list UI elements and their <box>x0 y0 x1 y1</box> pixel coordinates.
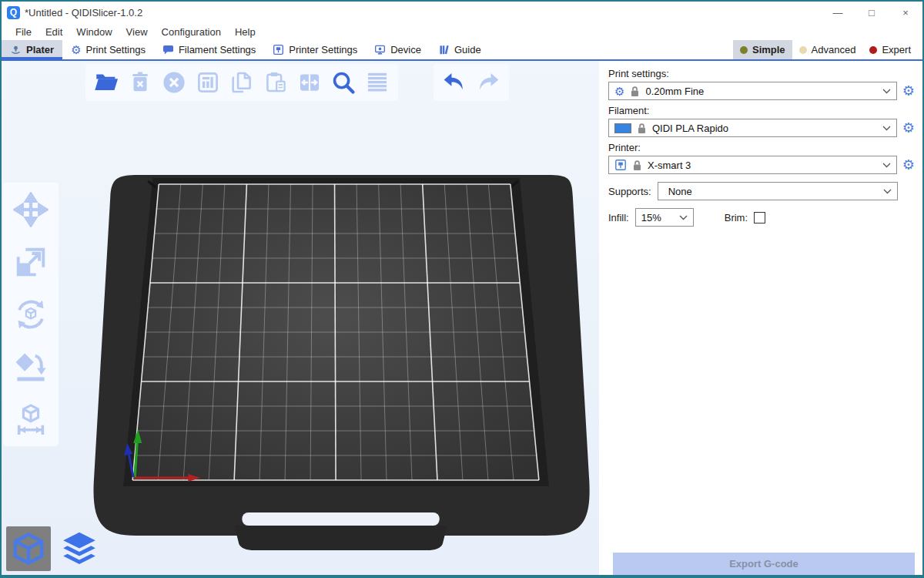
layer-list-icon <box>364 69 390 96</box>
menu-configuration[interactable]: Configuration <box>155 26 228 38</box>
undo-icon <box>441 69 467 96</box>
filament-color-swatch <box>614 123 631 133</box>
trash-icon <box>127 69 153 96</box>
tab-print-settings[interactable]: ⚙ Print Settings <box>62 40 154 59</box>
tab-bar: Plater ⚙ Print Settings Filament Setting… <box>2 40 922 61</box>
print-bed <box>2 61 599 575</box>
supports-combo[interactable]: None <box>658 182 898 200</box>
tab-label: Plater <box>26 44 54 55</box>
search-button[interactable] <box>326 66 360 99</box>
infill-label: Infill: <box>608 212 629 223</box>
lock-icon <box>630 86 640 97</box>
main-area: Print settings: ⚙ 0.20mm Fine ⚙ Filament… <box>2 61 922 575</box>
menu-file[interactable]: File <box>8 26 38 38</box>
filament-label: Filament: <box>608 105 915 116</box>
scale-button[interactable] <box>9 243 52 281</box>
menu-window[interactable]: Window <box>69 26 119 38</box>
delete-all-button[interactable] <box>157 66 191 99</box>
plater-icon <box>10 44 22 55</box>
tab-label: Device <box>390 44 421 55</box>
printer-gear-button[interactable]: ⚙ <box>902 158 915 172</box>
delete-button[interactable] <box>123 66 157 99</box>
tab-device[interactable]: Device <box>366 40 430 59</box>
undo-button[interactable] <box>437 66 471 99</box>
close-button[interactable]: × <box>889 2 922 22</box>
tab-filament-settings[interactable]: Filament Settings <box>154 40 264 59</box>
tab-plater[interactable]: Plater <box>2 40 62 59</box>
arrange-icon <box>195 69 221 96</box>
app-window: Q *Untitled - QIDISlicer-1.0.2 — □ × Fil… <box>0 0 924 578</box>
open-folder-icon <box>93 69 119 96</box>
arrange-button[interactable] <box>191 66 225 99</box>
split-instances-button[interactable] <box>293 66 326 99</box>
infill-combo[interactable]: 15% <box>635 208 694 227</box>
search-icon <box>330 69 357 96</box>
mode-simple[interactable]: Simple <box>733 40 792 59</box>
place-on-face-button[interactable] <box>9 348 52 386</box>
tab-label: Printer Settings <box>289 44 357 55</box>
rotate-icon <box>13 297 49 332</box>
rotate-button[interactable] <box>9 295 52 334</box>
print-settings-label: Print settings: <box>608 68 915 79</box>
measure-icon <box>13 402 49 437</box>
move-button[interactable] <box>9 190 52 229</box>
maximize-button[interactable]: □ <box>855 2 889 22</box>
supports-value: None <box>664 186 692 197</box>
scale-icon <box>13 244 49 280</box>
split-icon <box>296 69 323 96</box>
filament-gear-button[interactable]: ⚙ <box>902 121 915 135</box>
tab-printer-settings[interactable]: Printer Settings <box>264 40 366 59</box>
chevron-down-icon <box>882 126 891 131</box>
gear-icon: ⚙ <box>71 44 81 55</box>
filament-icon <box>162 44 174 55</box>
title-bar: Q *Untitled - QIDISlicer-1.0.2 — □ × <box>2 2 922 23</box>
menu-bar: File Edit Window View Configuration Help <box>2 23 922 40</box>
undo-redo-toolbar <box>434 64 509 101</box>
bed-handle <box>234 526 447 550</box>
copy-icon <box>229 69 255 96</box>
minimize-button[interactable]: — <box>821 2 855 22</box>
window-controls: — □ × <box>821 2 922 22</box>
view-switcher <box>6 526 102 571</box>
tab-label: Filament Settings <box>179 44 256 55</box>
export-gcode-button[interactable]: Export G-code <box>613 553 915 575</box>
print-settings-value: 0.20mm Fine <box>645 86 704 97</box>
tab-label: Guide <box>454 44 481 55</box>
menu-edit[interactable]: Edit <box>38 26 69 38</box>
cube-3d-icon <box>11 531 46 566</box>
paste-button[interactable] <box>259 66 293 99</box>
move-icon <box>13 192 49 227</box>
variable-layer-height-button[interactable] <box>360 66 394 99</box>
settings-sidebar: Print settings: ⚙ 0.20mm Fine ⚙ Filament… <box>599 61 922 575</box>
measure-button[interactable] <box>9 400 52 439</box>
menu-help[interactable]: Help <box>228 26 263 38</box>
brim-checkbox[interactable] <box>754 212 765 223</box>
supports-label: Supports: <box>608 186 651 197</box>
brim-label: Brim: <box>725 212 748 223</box>
mode-advanced[interactable]: Advanced <box>792 40 863 59</box>
printer-combo[interactable]: X-smart 3 <box>608 156 897 174</box>
lock-icon <box>632 160 642 171</box>
print-settings-gear-button[interactable]: ⚙ <box>902 84 915 98</box>
bed-handle-slot <box>242 512 439 526</box>
copy-button[interactable] <box>225 66 259 99</box>
device-monitor-icon <box>374 44 386 55</box>
printer-icon <box>273 44 284 55</box>
menu-view[interactable]: View <box>119 26 155 38</box>
simple-dot-icon <box>740 46 748 54</box>
open-button[interactable] <box>89 66 123 99</box>
top-toolbar <box>85 64 398 101</box>
chevron-down-icon <box>679 215 688 220</box>
mode-expert[interactable]: Expert <box>862 40 918 59</box>
layers-stack-icon <box>60 529 99 568</box>
app-logo-icon: Q <box>7 6 20 19</box>
tab-guide[interactable]: Guide <box>430 40 490 59</box>
redo-button[interactable] <box>471 66 505 99</box>
preview-layers-button[interactable] <box>57 526 102 571</box>
print-settings-combo[interactable]: ⚙ 0.20mm Fine <box>608 82 897 100</box>
filament-combo[interactable]: QIDI PLA Rapido <box>608 119 897 137</box>
window-title: *Untitled - QIDISlicer-1.0.2 <box>25 7 142 18</box>
viewport-3d[interactable] <box>2 61 599 575</box>
printer-value: X-smart 3 <box>648 160 691 171</box>
editor-3d-view-button[interactable] <box>6 526 51 571</box>
